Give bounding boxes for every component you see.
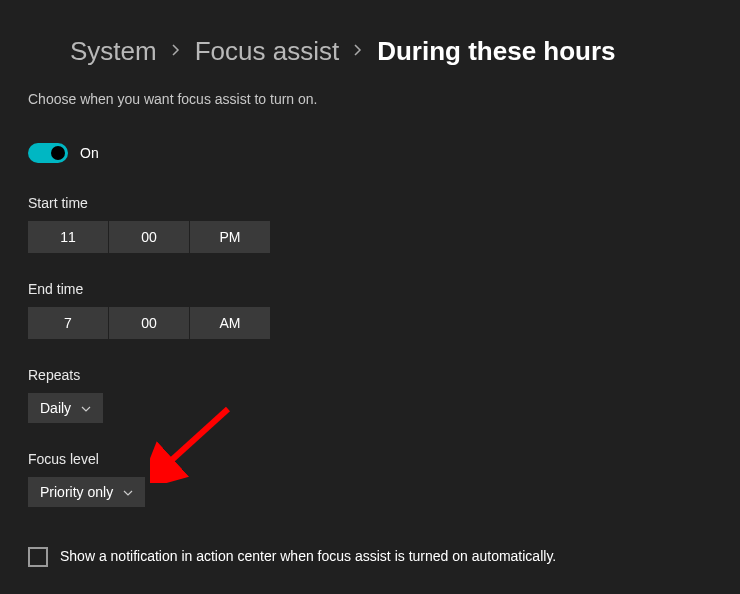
start-time-ampm[interactable]: PM <box>190 221 270 253</box>
focus-level-value: Priority only <box>40 484 113 500</box>
end-time-ampm[interactable]: AM <box>190 307 270 339</box>
repeats-value: Daily <box>40 400 71 416</box>
chevron-down-icon <box>123 487 133 498</box>
focus-assist-toggle[interactable] <box>28 143 68 163</box>
start-time-minute[interactable]: 00 <box>109 221 189 253</box>
notification-checkbox-label: Show a notification in action center whe… <box>60 547 556 567</box>
focus-level-dropdown[interactable]: Priority only <box>28 477 145 507</box>
start-time-hour[interactable]: 11 <box>28 221 108 253</box>
breadcrumb-focus-assist[interactable]: Focus assist <box>195 36 340 67</box>
chevron-right-icon <box>353 43 363 60</box>
start-time-label: Start time <box>28 195 712 211</box>
end-time-label: End time <box>28 281 712 297</box>
page-description: Choose when you want focus assist to tur… <box>28 91 712 107</box>
repeats-dropdown[interactable]: Daily <box>28 393 103 423</box>
breadcrumb-current: During these hours <box>377 36 615 67</box>
end-time-hour[interactable]: 7 <box>28 307 108 339</box>
toggle-state-label: On <box>80 145 99 161</box>
repeats-label: Repeats <box>28 367 712 383</box>
chevron-down-icon <box>81 403 91 414</box>
end-time-minute[interactable]: 00 <box>109 307 189 339</box>
breadcrumb: System Focus assist During these hours <box>70 36 712 67</box>
chevron-right-icon <box>171 43 181 60</box>
notification-checkbox[interactable] <box>28 547 48 567</box>
breadcrumb-system[interactable]: System <box>70 36 157 67</box>
focus-level-label: Focus level <box>28 451 712 467</box>
toggle-knob <box>51 146 65 160</box>
